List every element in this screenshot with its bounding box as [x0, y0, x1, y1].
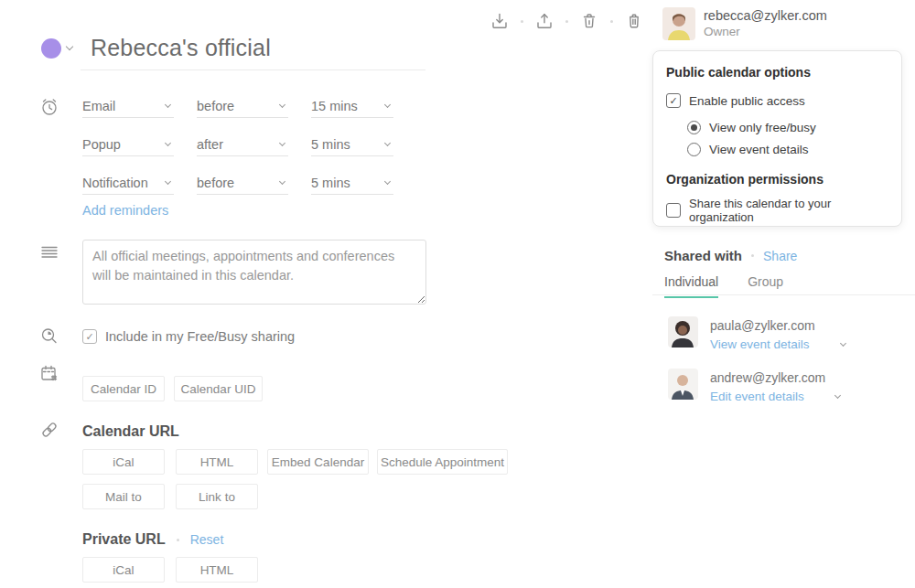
- org-share-row: Share this calendar to your organization: [666, 197, 888, 224]
- enable-public-access-checkbox[interactable]: [666, 93, 681, 108]
- reminder-method-value: Popup: [82, 137, 121, 152]
- org-share-label: Share this calendar to your organization: [689, 197, 888, 224]
- shared-with-header: Shared with Share: [664, 248, 797, 263]
- owner-info: rebecca@zylker.com Owner: [662, 7, 827, 40]
- reminder-method-value: Email: [82, 99, 115, 113]
- person-permission-label: View event details: [710, 337, 810, 351]
- reminder-when-value: before: [197, 99, 234, 113]
- calendar-color-dot[interactable]: [41, 38, 61, 59]
- view-details-row: View event details: [687, 143, 888, 156]
- person-email: andrew@zylker.com: [710, 370, 840, 385]
- owner-email: rebecca@zylker.com: [704, 8, 827, 23]
- view-freebusy-label: View only free/busy: [709, 121, 816, 134]
- delete-calendar-icon[interactable]: [623, 10, 645, 32]
- export-icon[interactable]: [533, 10, 555, 32]
- reminder-method-value: Notification: [82, 176, 148, 190]
- reminder-when-select[interactable]: before: [197, 94, 288, 118]
- enable-public-access-label: Enable public access: [689, 94, 805, 108]
- description-textarea[interactable]: All official meetings, appointments and …: [82, 240, 426, 305]
- private-url-row: Private URL Reset: [82, 531, 223, 548]
- link-to-button[interactable]: Link to: [176, 484, 258, 509]
- view-freebusy-row: View only free/busy: [687, 121, 888, 134]
- reminder-duration-value: 5 mins: [311, 137, 350, 152]
- toolbar-separator: [521, 20, 523, 23]
- person-avatar: [668, 369, 698, 400]
- owner-role: Owner: [704, 25, 827, 38]
- freebusy-label: Include in my Free/Busy sharing: [105, 329, 295, 344]
- owner-avatar: [662, 7, 695, 40]
- chevron-down-icon: [834, 391, 841, 398]
- shared-person-row: andrew@zylker.com Edit event details: [668, 369, 840, 403]
- reminder-when-value: before: [197, 176, 234, 190]
- freebusy-search-icon: [38, 326, 60, 347]
- public-options-title: Public calendar options: [666, 65, 888, 80]
- reminder-duration-value: 15 mins: [311, 99, 358, 113]
- view-details-radio[interactable]: [687, 143, 701, 156]
- person-permission-select[interactable]: View event details: [710, 337, 845, 351]
- reminder-method-select[interactable]: Email: [82, 94, 174, 118]
- reminder-when-select[interactable]: after: [197, 133, 288, 156]
- reminder-icon: [38, 96, 60, 118]
- share-link[interactable]: Share: [763, 249, 797, 263]
- person-permission-label: Edit event details: [710, 390, 804, 403]
- public-options-panel: Public calendar options Enable public ac…: [652, 50, 902, 227]
- toolbar-separator: [565, 20, 568, 23]
- view-freebusy-radio[interactable]: [687, 121, 701, 134]
- html-button[interactable]: HTML: [176, 449, 258, 475]
- organization-permissions-title: Organization permissions: [666, 172, 888, 187]
- reset-link[interactable]: Reset: [190, 532, 224, 547]
- calendar-uid-button[interactable]: Calendar UID: [174, 376, 263, 401]
- reminder-method-select[interactable]: Popup: [82, 133, 174, 156]
- calendar-id-button[interactable]: Calendar ID: [82, 376, 165, 401]
- calendar-settings-page: Rebecca's official Email before 15 mins: [0, 0, 915, 588]
- ical-button[interactable]: iCal: [82, 449, 165, 475]
- shared-with-title: Shared with: [664, 248, 742, 263]
- embed-calendar-button[interactable]: Embed Calendar: [267, 449, 369, 475]
- private-url-title: Private URL: [82, 531, 166, 548]
- calendar-url-title: Calendar URL: [82, 423, 179, 440]
- person-email: paula@zylker.com: [710, 318, 845, 333]
- reminder-when-select[interactable]: before: [197, 171, 288, 195]
- chevron-down-icon: [279, 139, 285, 145]
- chevron-down-icon: [384, 177, 391, 184]
- chevron-down-icon: [165, 139, 171, 145]
- reminder-duration-value: 5 mins: [311, 176, 350, 190]
- reminder-method-select[interactable]: Notification: [82, 171, 174, 195]
- person-avatar: [668, 316, 698, 347]
- description-icon: [38, 241, 60, 263]
- chevron-down-icon: [279, 177, 285, 184]
- schedule-appointment-button[interactable]: Schedule Appointment: [377, 449, 508, 475]
- calendar-id-icon: [38, 363, 60, 385]
- add-reminders-link[interactable]: Add reminders: [82, 203, 168, 218]
- chevron-down-icon: [384, 101, 391, 107]
- chevron-down-icon[interactable]: [66, 43, 73, 50]
- toolbar-separator: [610, 20, 613, 23]
- mail-to-button[interactable]: Mail to: [82, 484, 165, 509]
- chevron-down-icon: [840, 339, 846, 346]
- chevron-down-icon: [279, 101, 285, 107]
- view-details-label: View event details: [709, 143, 809, 156]
- reminder-duration-select[interactable]: 5 mins: [311, 171, 393, 195]
- freebusy-row: Include in my Free/Busy sharing: [82, 329, 295, 344]
- separator-dot: [751, 254, 754, 257]
- shared-person-row: paula@zylker.com View event details: [668, 316, 845, 351]
- page-title[interactable]: Rebecca's official: [91, 35, 271, 61]
- freebusy-checkbox[interactable]: [82, 329, 97, 344]
- reminder-duration-select[interactable]: 15 mins: [311, 94, 393, 118]
- calendar-title-row: Rebecca's official: [41, 35, 271, 61]
- title-underline: [81, 69, 425, 70]
- person-permission-select[interactable]: Edit event details: [710, 390, 840, 403]
- reminder-duration-select[interactable]: 5 mins: [311, 133, 393, 156]
- separator-dot: [177, 539, 179, 541]
- empty-trash-icon[interactable]: [578, 10, 600, 32]
- chevron-down-icon: [165, 177, 171, 184]
- chevron-down-icon: [165, 101, 171, 107]
- private-ical-button[interactable]: iCal: [82, 557, 165, 583]
- import-icon[interactable]: [489, 10, 511, 32]
- reminder-when-value: after: [197, 137, 223, 152]
- tabs-divider: [652, 294, 915, 295]
- chevron-down-icon: [384, 139, 391, 145]
- private-html-button[interactable]: HTML: [176, 557, 258, 583]
- org-share-checkbox[interactable]: [666, 203, 681, 218]
- link-icon: [38, 419, 60, 441]
